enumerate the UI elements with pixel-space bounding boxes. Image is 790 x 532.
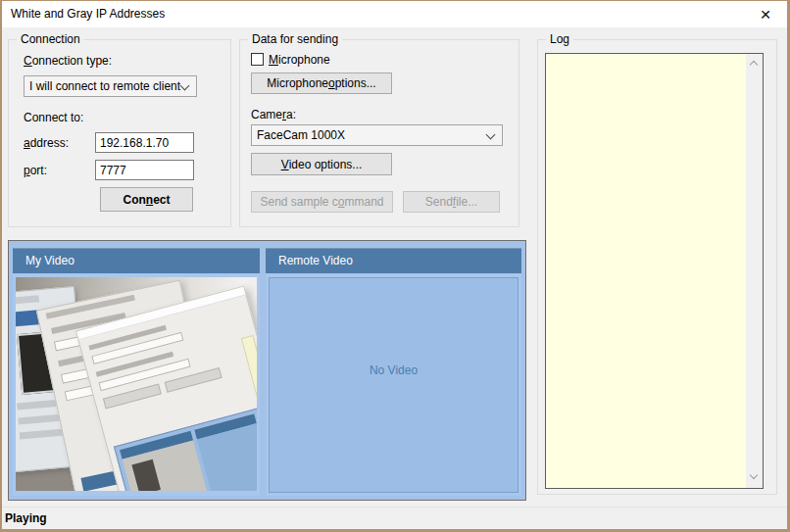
microphone-checkbox[interactable] [251,53,264,66]
microphone-label: Microphone [269,53,330,67]
connection-type-label: Connection type: [24,54,112,68]
microphone-options-button[interactable]: Microphone options... [251,73,392,94]
group-data-for-sending-title: Data for sending [248,32,342,46]
text-part: Send sample c [260,195,337,209]
text-part: Con [123,193,145,207]
no-video-text: No Video [370,363,418,377]
my-video-title: My Video [25,254,74,267]
remote-video-header: Remote Video [266,248,521,273]
text-part: ddress: [30,136,69,150]
port-input[interactable] [95,160,194,180]
text-part: C [24,54,32,68]
address-label: address: [24,136,69,150]
remote-video-title: Remote Video [278,254,353,267]
log-content [548,56,745,486]
text-part: M [269,53,278,67]
connection-type-combobox[interactable]: I will connect to remote client [24,75,197,97]
title-bar: White and Gray IP Addresses × [2,1,787,27]
remote-video-body: No Video [269,277,518,493]
chevron-down-icon [180,81,190,91]
port-label: port: [24,164,47,177]
scroll-up-arrow-icon[interactable] [746,56,763,73]
close-icon: × [760,5,770,24]
text-part: ect [153,193,170,207]
text-part: ile... [456,195,477,209]
text-part: V [281,158,289,171]
text-part: icrophone [278,53,330,67]
text-part: mmand [345,195,384,209]
text-part: a: [286,108,296,121]
connect-button[interactable]: Connect [100,187,193,212]
group-connection-title: Connection [17,32,84,46]
video-options-button[interactable]: Video options... [251,153,392,175]
send-sample-command-button[interactable]: Send sample command [251,191,393,213]
text-part: Came [251,108,282,121]
my-video-header: My Video [13,248,260,273]
my-video-feed [16,277,257,491]
dialog-window: White and Gray IP Addresses × Connection… [0,0,790,532]
text-part: p [24,164,30,177]
group-log-title: Log [546,32,573,46]
remote-video-panel: Remote Video No Video [266,248,521,496]
chevron-down-icon [486,130,496,140]
text-part: o [338,195,345,209]
photo-inner-video-panels [114,408,257,491]
my-video-panel: My Video [13,248,260,496]
text-part: ptions... [335,76,376,90]
text-part: Send [425,195,453,209]
text-part: ort: [30,164,47,177]
camera-label: Camera: [251,108,296,121]
address-input[interactable] [95,132,194,153]
text-part: onnection type: [32,54,112,68]
text-part: o [328,76,335,90]
send-file-button[interactable]: Send file... [403,191,500,213]
camera-value: FaceCam 1000X [257,128,345,142]
text-part: n [146,193,153,207]
camera-combobox[interactable]: FaceCam 1000X [251,124,503,146]
window-title: White and Gray IP Addresses [11,7,165,21]
text-part: a [24,136,30,150]
status-bar: Playing [2,507,787,529]
text-part: ideo options... [289,158,363,171]
close-button[interactable]: × [744,1,787,27]
log-textarea[interactable] [545,53,764,489]
connection-type-value: I will connect to remote client [29,79,180,93]
video-container: My Video [8,240,526,501]
text-part: Microphone [267,76,328,90]
log-scrollbar[interactable] [746,54,763,488]
connect-to-label: Connect to: [24,111,83,124]
status-text: Playing [5,511,47,525]
scroll-down-arrow-icon[interactable] [746,469,763,486]
